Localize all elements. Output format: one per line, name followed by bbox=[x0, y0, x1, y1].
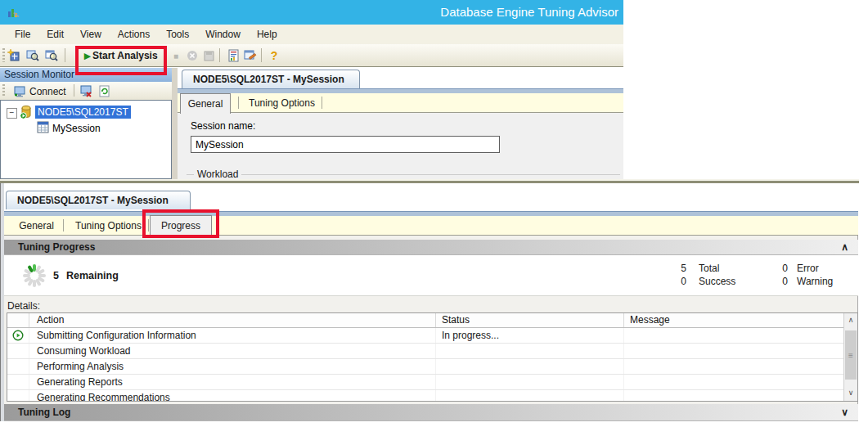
highlight-box-progress-tab bbox=[142, 209, 219, 238]
row-status bbox=[436, 375, 624, 389]
session-monitor-panel: Session Monitor Connect bbox=[0, 68, 172, 179]
toolbar-grip[interactable] bbox=[2, 84, 5, 97]
tab-separator bbox=[322, 97, 322, 109]
refresh-button[interactable] bbox=[97, 83, 112, 98]
tab-separator bbox=[238, 97, 239, 109]
row-status bbox=[436, 344, 624, 358]
session-name-label: Session name: bbox=[191, 120, 255, 132]
reports-icon bbox=[227, 49, 240, 62]
tuning-progress-title: Tuning Progress bbox=[18, 241, 95, 253]
tab-strip: General Tuning Options Progress bbox=[4, 216, 858, 236]
apply-recommendations-icon bbox=[203, 50, 215, 62]
table-row[interactable]: Consuming Workload bbox=[7, 344, 857, 359]
disconnect-icon bbox=[79, 85, 92, 97]
menu-view[interactable]: View bbox=[72, 25, 110, 44]
tuning-options-icon bbox=[244, 49, 257, 62]
vertical-scrollbar[interactable]: ∧ ≡ ∨ bbox=[843, 313, 857, 401]
row-message bbox=[624, 328, 857, 343]
session-tree: − NODE5\SQL2017ST MySession bbox=[0, 100, 172, 179]
row-status-cell bbox=[7, 344, 29, 358]
apply-recommendations-button[interactable] bbox=[201, 48, 216, 63]
reports-button[interactable] bbox=[226, 48, 241, 63]
menu-help[interactable]: Help bbox=[249, 25, 286, 44]
collapse-section-chevron-icon[interactable]: ∧ bbox=[841, 240, 848, 255]
session-monitor-toolbar: Connect bbox=[0, 82, 172, 100]
stat-success-value: 0 bbox=[675, 276, 686, 287]
stat-success-label: Success bbox=[699, 276, 735, 287]
remaining-value: 5 bbox=[53, 270, 59, 281]
stat-warning-label: Warning bbox=[797, 276, 833, 287]
session-name-input[interactable] bbox=[191, 136, 500, 153]
toolbar-remnant-edge bbox=[0, 179, 859, 183]
row-status-cell bbox=[7, 390, 29, 402]
details-table: Action Status Message Submitting Configu… bbox=[7, 312, 858, 402]
dta-main-window: Database Engine Tuning Advisor File Edit… bbox=[0, 0, 623, 179]
toolbar-separator bbox=[261, 48, 262, 62]
connect-button[interactable]: Connect bbox=[10, 83, 70, 100]
open-session-icon bbox=[26, 49, 39, 62]
menu-window[interactable]: Window bbox=[197, 25, 249, 44]
row-action: Generating Recommendations bbox=[29, 390, 436, 402]
menu-bar: File Edit View Actions Tools Window Help bbox=[0, 25, 623, 44]
scroll-down-icon[interactable]: ∨ bbox=[844, 386, 857, 399]
table-row[interactable]: Generating Recommendations bbox=[7, 390, 857, 402]
header-action: Action bbox=[29, 313, 436, 327]
table-row[interactable]: Performing Analysis bbox=[7, 359, 857, 375]
expand-section-chevron-icon[interactable]: ∨ bbox=[841, 404, 848, 421]
header-status: Status bbox=[436, 313, 624, 327]
tuning-options-button[interactable] bbox=[243, 48, 258, 63]
in-progress-icon bbox=[12, 330, 24, 341]
session-document-pane: NODE5\SQL2017ST - MySession General Tuni… bbox=[178, 68, 623, 179]
help-button[interactable]: ? bbox=[267, 48, 281, 63]
tab-tuning-options[interactable]: Tuning Options bbox=[243, 93, 321, 113]
row-status-cell bbox=[7, 375, 29, 389]
tab-separator bbox=[63, 219, 64, 231]
new-session-icon bbox=[7, 49, 20, 62]
disconnect-button[interactable] bbox=[79, 83, 93, 98]
header-icon-column bbox=[7, 313, 29, 327]
remaining-label: Remaining bbox=[66, 270, 119, 281]
cancel-analysis-button[interactable] bbox=[185, 48, 200, 63]
general-tab-content: Session name: Workload bbox=[178, 113, 623, 179]
tree-expander-icon[interactable]: − bbox=[7, 108, 17, 119]
open-session-button[interactable] bbox=[25, 48, 40, 63]
row-message bbox=[624, 375, 857, 389]
row-status bbox=[436, 359, 624, 374]
menu-edit[interactable]: Edit bbox=[38, 25, 72, 44]
tree-item-session[interactable]: MySession bbox=[52, 123, 101, 134]
table-row[interactable]: Generating Reports bbox=[7, 375, 857, 390]
screen: Database Engine Tuning Advisor File Edit… bbox=[0, 0, 868, 427]
row-message bbox=[624, 344, 857, 358]
tab-general[interactable]: General bbox=[180, 93, 231, 114]
tab-strip: General Tuning Options bbox=[178, 93, 623, 113]
stat-warning-value: 0 bbox=[776, 276, 788, 287]
document-tab[interactable]: NODE5\SQL2017ST - MySession bbox=[6, 191, 191, 209]
row-action: Generating Reports bbox=[29, 375, 436, 389]
menu-file[interactable]: File bbox=[7, 25, 38, 44]
tree-item-server[interactable]: NODE5\SQL2017ST bbox=[35, 106, 131, 119]
scrollbar-thumb[interactable]: ≡ bbox=[845, 330, 857, 380]
window-title: Database Engine Tuning Advisor bbox=[440, 0, 618, 25]
details-table-header: Action Status Message bbox=[7, 313, 857, 328]
table-row[interactable]: Submitting Configuration Information In … bbox=[7, 328, 857, 344]
progress-window-fragment: NODE5\SQL2017ST - MySession General Tuni… bbox=[0, 179, 868, 427]
menu-actions[interactable]: Actions bbox=[110, 25, 158, 44]
tuning-progress-header: Tuning Progress ∧ bbox=[4, 240, 858, 255]
scroll-up-icon[interactable]: ∧ bbox=[844, 313, 857, 326]
open-workload-button[interactable] bbox=[44, 48, 59, 63]
menu-tools[interactable]: Tools bbox=[158, 25, 197, 44]
new-session-button[interactable] bbox=[7, 48, 21, 63]
row-message bbox=[624, 390, 857, 402]
tab-general[interactable]: General bbox=[14, 216, 59, 236]
document-tab[interactable]: NODE5\SQL2017ST - MySession bbox=[182, 70, 360, 88]
tuning-log-title: Tuning Log bbox=[18, 407, 70, 418]
panel-splitter[interactable] bbox=[172, 68, 178, 179]
toolbar-grip[interactable] bbox=[2, 48, 5, 62]
session-icon bbox=[37, 121, 49, 133]
cancel-icon bbox=[187, 50, 198, 61]
stat-total-value: 5 bbox=[675, 263, 686, 274]
stop-analysis-button[interactable]: ■ bbox=[169, 48, 183, 63]
toolbar-separator bbox=[65, 48, 65, 62]
row-action: Submitting Configuration Information bbox=[29, 328, 436, 343]
tab-tuning-options[interactable]: Tuning Options bbox=[70, 216, 147, 236]
